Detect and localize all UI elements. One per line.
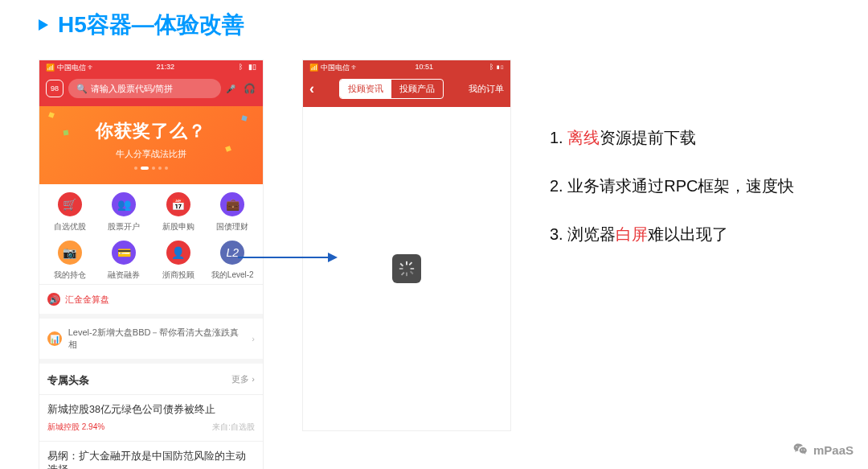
info-row[interactable]: 📊Level-2新增大盘BBD－帮你看清大盘涨跌真相›	[39, 314, 263, 359]
grid-item[interactable]: 👥股票开户	[97, 192, 152, 232]
speaker-icon: 🔊	[47, 293, 60, 306]
status-time: 21:32	[156, 63, 174, 73]
watermark: mPaaS	[792, 442, 854, 458]
grid-item[interactable]: 👤浙商投顾	[151, 241, 206, 281]
svg-rect-7	[401, 272, 405, 276]
svg-rect-3	[411, 268, 415, 269]
nav-bar: ‹ 投顾资讯 投顾产品 我的订单	[303, 74, 510, 107]
news-item[interactable]: 易纲：扩大金融开放是中国防范风险的主动选择 来自:贸易 金融业 央行	[39, 441, 263, 469]
news-item[interactable]: 新城控股38亿元绿色公司债券被终止 新城控股 2.94%来自:自选股	[39, 394, 263, 441]
chevron-right-icon: ›	[252, 334, 255, 344]
grid-item[interactable]: 📷我的持仓	[43, 241, 97, 281]
grid-item[interactable]: 🛒自选优股	[43, 192, 97, 232]
banner-sub: 牛人分享战法比拼	[43, 148, 260, 160]
watermark-text: mPaaS	[813, 443, 854, 457]
segment-control[interactable]: 投顾资讯 投顾产品	[339, 79, 444, 99]
arrow-icon	[238, 249, 338, 265]
carrier-text: 📶 中国电信 ᯤ	[46, 63, 95, 73]
bullet-item: 2. 业务请求通过RPC框架，速度快	[550, 172, 807, 200]
status-bar: 📶 中国电信 ᯤ 21:32 ᛒ ▮▯	[39, 60, 263, 74]
segment-selected[interactable]: 投顾资讯	[340, 80, 391, 98]
svg-rect-2	[399, 268, 403, 269]
search-icon: 🔍	[76, 84, 88, 94]
more-link[interactable]: 更多 ›	[231, 373, 255, 388]
feature-grid: 🛒自选优股 👥股票开户 📅新股申购 💼国债理财 📷我的持仓 💳融资融券 👤浙商投…	[39, 184, 263, 284]
battery-icon: ▮▯	[496, 63, 504, 71]
loading-spinner	[392, 254, 421, 283]
status-right: ᛒ ▮▯	[489, 63, 504, 73]
back-icon[interactable]: ‹	[309, 80, 314, 97]
banner[interactable]: 你获奖了么？ 牛人分享战法比拼	[39, 106, 263, 184]
slide-title-row: H5容器—体验改善	[39, 10, 829, 40]
bullet-item: 1. 离线资源提前下载	[550, 124, 807, 151]
mic-icon[interactable]: 🎤	[226, 84, 239, 93]
status-bar: 📶 中国电信 ᯤ 10:51 ᛒ ▮▯	[303, 60, 510, 74]
slide-title: H5容器—体验改善	[58, 10, 244, 40]
banner-dots	[43, 167, 260, 170]
carrier-text: 📶 中国电信 ᯤ	[309, 63, 358, 73]
lv2-icon: 📊	[47, 331, 62, 346]
announcement-row[interactable]: 🔊汇金金算盘	[39, 284, 263, 314]
search-bar-row: 98 🔍 请输入股票代码/简拼 🎤 🎧	[39, 74, 263, 106]
phone-screenshot-left: 📶 中国电信 ᯤ 21:32 ᛒ ▮▯ 98 🔍 请输入股票代码/简拼 🎤 🎧	[39, 60, 264, 469]
headlines-header: 专属头条更多 ›	[39, 359, 263, 394]
grid-item[interactable]: 📅新股申购	[151, 192, 206, 232]
bluetooth-icon: ᛒ	[239, 63, 243, 71]
svg-marker-9	[328, 253, 338, 262]
banner-title: 你获奖了么？	[43, 119, 260, 143]
svg-rect-0	[406, 261, 407, 265]
grid-item[interactable]: 💼国债理财	[206, 192, 260, 232]
phone-screenshot-right: 📶 中国电信 ᯤ 10:51 ᛒ ▮▯ ‹ 投顾资讯 投顾产品 我的订单	[302, 60, 511, 431]
battery-icon: ▮▯	[248, 63, 256, 71]
grid-item[interactable]: 💳融资融券	[97, 241, 152, 281]
search-input[interactable]: 🔍 请输入股票代码/简拼	[68, 79, 221, 98]
headset-icon[interactable]: 🎧	[244, 83, 256, 94]
svg-rect-6	[409, 261, 413, 265]
bullet-list: 1. 离线资源提前下载 2. 业务请求通过RPC框架，速度快 3. 浏览器白屏难…	[550, 124, 807, 269]
status-right: ᛒ ▮▯	[235, 63, 256, 73]
status-time: 10:51	[415, 63, 433, 73]
svg-rect-5	[410, 271, 414, 275]
badge-98[interactable]: 98	[46, 80, 63, 97]
bluetooth-icon: ᛒ	[489, 63, 493, 71]
my-orders-link[interactable]: 我的订单	[469, 83, 504, 95]
segment-unselected[interactable]: 投顾产品	[391, 80, 443, 98]
bullet-item: 3. 浏览器白屏难以出现了	[550, 220, 807, 248]
title-arrow-icon	[39, 19, 48, 31]
svg-rect-4	[399, 263, 403, 267]
search-placeholder: 请输入股票代码/简拼	[91, 83, 173, 95]
svg-rect-1	[406, 273, 407, 277]
